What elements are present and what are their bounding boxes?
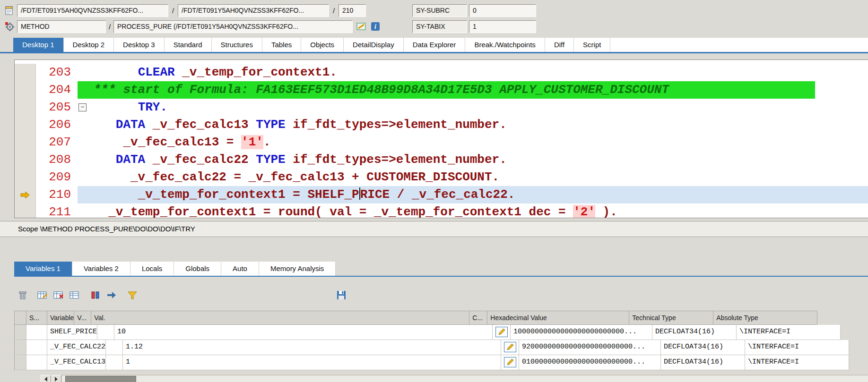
code-line-203[interactable]: 203 CLEAR _v_temp_for_context1. [15, 64, 868, 81]
sy-tabix-value[interactable]: 1 [469, 20, 536, 33]
fold-margin [78, 169, 94, 186]
code-line-210[interactable]: 210 _v_temp_for_context1 = SHELF_PRICE /… [15, 186, 868, 204]
code-line-207[interactable]: 207 _v_fec_calc13 = '1'. [15, 134, 868, 151]
edit-cell[interactable] [493, 325, 511, 340]
absolute-type-cell: \INTERFACE=I [737, 325, 841, 340]
column-header-variable[interactable]: Variable [47, 311, 74, 325]
line-number: 203 [36, 64, 78, 81]
variable-cell[interactable]: _V_FEC_CALC22 [47, 340, 106, 355]
line-number-field[interactable]: 210 [339, 4, 366, 17]
tab-desktop-1[interactable]: Desktop 1 [13, 38, 64, 52]
tab-diff[interactable]: Diff [545, 38, 574, 52]
row-selector[interactable] [14, 340, 26, 355]
code-text: CLEAR _v_temp_for_context1. [94, 64, 868, 81]
code-line-211[interactable]: 211 _v_temp_for_context1 = round( val = … [15, 204, 868, 218]
value-cell[interactable]: 1.12 [123, 340, 501, 355]
edit-value-pencil-icon[interactable] [504, 357, 516, 367]
scroll-left-button[interactable] [41, 375, 51, 382]
tab-break-watchpoints[interactable]: Break./Watchpoints [465, 38, 545, 52]
current-line-arrow-icon[interactable] [15, 186, 36, 204]
status-cell [26, 340, 47, 355]
breakpoint-gutter[interactable] [15, 116, 36, 134]
code-line-206[interactable]: 206 DATA _v_fec_calc13 TYPE if_fdt_types… [15, 116, 868, 134]
value-cell[interactable]: 10 [114, 325, 493, 340]
column-header-hex[interactable]: Hexadecimal Value [487, 311, 629, 325]
info-icon[interactable]: i [370, 21, 381, 32]
breakpoint-gutter[interactable] [15, 81, 36, 99]
column-header-s[interactable]: S... [26, 311, 47, 325]
variable-cell[interactable]: SHELF_PRICE [47, 325, 97, 340]
tab-standard[interactable]: Standard [165, 38, 212, 52]
variable-cell[interactable]: _V_FEC_CALC13 [47, 355, 106, 370]
tab-memory-analysis[interactable]: Memory Analysis [259, 262, 336, 276]
fold-margin [78, 116, 94, 134]
breakpoint-gutter[interactable] [15, 134, 36, 151]
hex-value-cell: 92000000000000000000000000... [519, 340, 661, 355]
scrollbar-track[interactable] [61, 375, 868, 382]
tab-variables-1[interactable]: Variables 1 [14, 262, 72, 276]
transfer-icon[interactable] [105, 289, 118, 302]
breakpoint-gutter[interactable] [15, 204, 36, 218]
insert-column-icon[interactable] [89, 289, 102, 302]
breakpoint-gutter[interactable] [15, 64, 36, 81]
delete-icon[interactable] [16, 289, 29, 302]
code-line-205[interactable]: 205− TRY. [15, 99, 868, 116]
edit-fields-icon[interactable] [36, 289, 49, 302]
tab-structures[interactable]: Structures [212, 38, 262, 52]
code-line-208[interactable]: 208 DATA _v_fec_calc22 TYPE if_fdt_types… [15, 151, 868, 169]
tab-detaildisplay[interactable]: DetailDisplay [344, 38, 404, 52]
collapse-toggle-icon[interactable]: − [78, 99, 94, 116]
code-line-209[interactable]: 209 _v_fec_calc22 = _v_fec_calc13 + CUST… [15, 169, 868, 186]
tab-objects[interactable]: Objects [301, 38, 344, 52]
code-editor[interactable]: 203 CLEAR _v_temp_for_context1.204*** st… [14, 59, 868, 218]
code-line-204[interactable]: 204*** start of Formula: FA163EEF573D1ED… [15, 81, 868, 99]
save-icon[interactable] [335, 289, 348, 302]
horizontal-scrollbar[interactable] [14, 375, 868, 382]
scroll-right-button[interactable] [51, 375, 61, 382]
tab-data-explorer[interactable]: Data Explorer [404, 38, 466, 52]
include-field[interactable]: /FDT/ET091Y5AH0QVNZSS3KFF62FO... [178, 4, 329, 17]
stack-field[interactable]: /FDT/ET091Y5AH0QVNZSS3KFF62FO... [17, 4, 168, 17]
edit-value-pencil-icon[interactable] [495, 327, 508, 337]
tab-locals[interactable]: Locals [130, 262, 174, 276]
table-row: _V_FEC_CALC221.1292000000000000000000000… [14, 340, 868, 355]
method-icon[interactable] [4, 21, 15, 32]
tab-desktop-2[interactable]: Desktop 2 [64, 38, 114, 52]
tab-desktop-3[interactable]: Desktop 3 [114, 38, 165, 52]
line-number: 205 [36, 99, 78, 116]
sy-subrc-label: SY-SUBRC [412, 4, 467, 17]
breakpoint-gutter[interactable] [15, 99, 36, 116]
edit-value-pencil-icon[interactable] [504, 342, 516, 352]
column-header-v[interactable]: V... [74, 311, 91, 325]
variables-toolbar [16, 288, 868, 302]
row-selector[interactable] [14, 355, 26, 370]
display-change-icon[interactable] [356, 21, 367, 32]
column-header-c[interactable]: C... [469, 311, 487, 325]
filter-icon[interactable] [126, 289, 139, 302]
column-header-tech[interactable]: Technical Type [629, 311, 713, 325]
column-header-sel[interactable] [14, 311, 26, 325]
tab-script[interactable]: Script [574, 38, 610, 52]
breakpoint-gutter[interactable] [15, 151, 36, 169]
row-selector[interactable] [14, 325, 26, 340]
tab-tables[interactable]: Tables [262, 38, 301, 52]
column-header-abs[interactable]: Absolute Type [713, 311, 817, 325]
column-header-val[interactable]: Val. [91, 311, 469, 325]
technical-type-cell: DECFLOAT34(16) [652, 325, 737, 340]
event-detail-field[interactable]: PROCESS_PURE (/FDT/ET091Y5AH0QVNZSS3KFF6… [113, 20, 353, 33]
field-list-icon[interactable] [68, 289, 81, 302]
sy-subrc-value[interactable]: 0 [469, 4, 536, 17]
scrollbar-thumb[interactable] [65, 376, 136, 382]
table-row: _V_FEC_CALC13101000000000000000000000000… [14, 355, 868, 370]
tab-variables-2[interactable]: Variables 2 [72, 262, 130, 276]
tab-auto[interactable]: Auto [221, 262, 259, 276]
value-cell[interactable]: 1 [123, 355, 501, 370]
tab-globals[interactable]: Globals [174, 262, 221, 276]
event-type-field[interactable]: METHOD [17, 20, 106, 33]
code-text: _v_fec_calc22 = _v_fec_calc13 + CUSTOMER… [94, 169, 868, 186]
breakpoint-gutter[interactable] [15, 169, 36, 186]
remove-fields-icon[interactable] [52, 289, 65, 302]
edit-cell[interactable] [501, 355, 519, 370]
stack-icon[interactable] [4, 5, 15, 16]
edit-cell[interactable] [501, 340, 519, 355]
